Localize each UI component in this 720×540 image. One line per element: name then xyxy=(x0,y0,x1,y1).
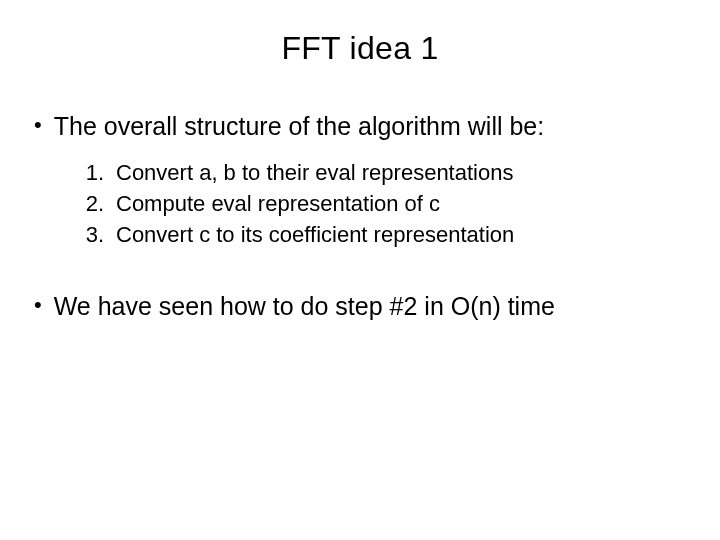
list-item: 2. Compute eval representation of c xyxy=(76,189,690,220)
list-number: 1. xyxy=(76,158,104,189)
bullet-icon: • xyxy=(34,291,42,320)
slide-title: FFT idea 1 xyxy=(30,30,690,67)
list-item: 3. Convert c to its coefficient represen… xyxy=(76,220,690,251)
bullet-text: We have seen how to do step #2 in O(n) t… xyxy=(54,291,555,322)
list-number: 3. xyxy=(76,220,104,251)
bullet-item-1: • The overall structure of the algorithm… xyxy=(30,111,690,142)
bullet-text: The overall structure of the algorithm w… xyxy=(54,111,545,142)
bullet-item-2: • We have seen how to do step #2 in O(n)… xyxy=(30,291,690,322)
list-number: 2. xyxy=(76,189,104,220)
list-text: Convert c to its coefficient representat… xyxy=(116,220,514,251)
bullet-icon: • xyxy=(34,111,42,140)
list-text: Compute eval representation of c xyxy=(116,189,440,220)
list-text: Convert a, b to their eval representatio… xyxy=(116,158,513,189)
slide-container: FFT idea 1 • The overall structure of th… xyxy=(0,0,720,540)
list-item: 1. Convert a, b to their eval representa… xyxy=(76,158,690,189)
numbered-list: 1. Convert a, b to their eval representa… xyxy=(76,158,690,250)
